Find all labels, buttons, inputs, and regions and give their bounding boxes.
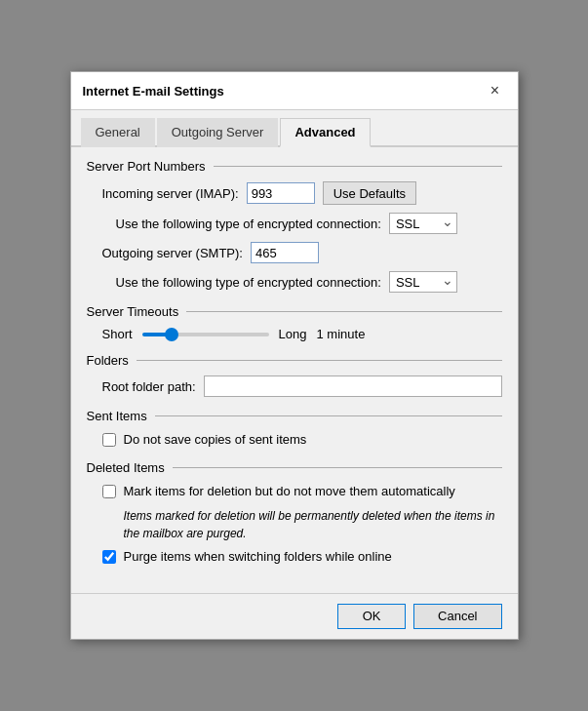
folders-section: Folders Root folder path: [87, 353, 502, 397]
short-label: Short [102, 327, 133, 341]
sent-items-header: Sent Items [87, 409, 502, 423]
mark-deletion-label[interactable]: Mark items for deletion but do not move … [124, 483, 455, 500]
outgoing-server-label: Outgoing server (SMTP): [102, 246, 244, 260]
dialog: Internet E-mail Settings × General Outgo… [70, 71, 519, 640]
purge-row: Purge items when switching folders while… [87, 548, 502, 566]
content-area: Server Port Numbers Incoming server (IMA… [71, 147, 518, 593]
server-timeouts-header: Server Timeouts [87, 304, 502, 319]
tab-bar: General Outgoing Server Advanced [71, 110, 518, 147]
slider-container [142, 333, 269, 336]
incoming-server-label: Incoming server (IMAP): [102, 186, 239, 201]
do-not-save-row: Do not save copies of sent items [87, 431, 502, 449]
outgoing-ssl-wrapper: None SSL TLS Auto [389, 271, 457, 293]
folders-header: Folders [87, 353, 502, 368]
deleted-items-section: Deleted Items Mark items for deletion bu… [87, 460, 502, 565]
purge-label[interactable]: Purge items when switching folders while… [124, 548, 392, 566]
timeout-row: Short Long 1 minute [87, 327, 502, 341]
timeout-slider[interactable] [142, 333, 269, 336]
outgoing-encrypt-row: Use the following type of encrypted conn… [87, 271, 502, 293]
incoming-ssl-select[interactable]: None SSL TLS Auto [389, 213, 457, 234]
incoming-server-row: Incoming server (IMAP): Use Defaults [87, 181, 502, 205]
tab-general[interactable]: General [81, 118, 155, 147]
close-button[interactable]: × [485, 80, 506, 101]
server-port-section: Server Port Numbers Incoming server (IMA… [87, 159, 502, 293]
long-label: Long [279, 327, 307, 341]
deletion-info-text: Items marked for deletion will be perman… [87, 507, 502, 542]
ok-button[interactable]: OK [337, 604, 406, 629]
do-not-save-checkbox[interactable] [102, 433, 116, 447]
outgoing-ssl-select[interactable]: None SSL TLS Auto [389, 271, 457, 293]
server-port-header: Server Port Numbers [87, 159, 502, 174]
mark-deletion-row: Mark items for deletion but do not move … [87, 483, 502, 500]
outgoing-encrypt-label: Use the following type of encrypted conn… [116, 275, 381, 290]
tab-advanced[interactable]: Advanced [280, 118, 370, 147]
dialog-title: Internet E-mail Settings [83, 84, 224, 99]
title-bar: Internet E-mail Settings × [71, 72, 518, 110]
incoming-server-input[interactable] [247, 182, 315, 204]
server-timeouts-section: Server Timeouts Short Long 1 minute [87, 304, 502, 341]
cancel-button[interactable]: Cancel [413, 604, 501, 629]
root-folder-label: Root folder path: [102, 379, 196, 394]
incoming-encrypt-label: Use the following type of encrypted conn… [116, 217, 381, 231]
incoming-ssl-wrapper: None SSL TLS Auto [389, 213, 457, 234]
outgoing-server-row: Outgoing server (SMTP): [87, 242, 502, 263]
root-folder-row: Root folder path: [87, 375, 502, 397]
outgoing-server-input[interactable] [251, 242, 319, 263]
root-folder-input[interactable] [204, 375, 502, 397]
sent-items-section: Sent Items Do not save copies of sent it… [87, 409, 502, 449]
incoming-encrypt-row: Use the following type of encrypted conn… [87, 213, 502, 234]
deleted-items-header: Deleted Items [87, 460, 502, 475]
mark-deletion-checkbox[interactable] [102, 485, 116, 498]
purge-checkbox[interactable] [102, 550, 116, 564]
use-defaults-button[interactable]: Use Defaults [323, 181, 416, 205]
do-not-save-label[interactable]: Do not save copies of sent items [124, 431, 307, 449]
timeout-value: 1 minute [317, 327, 366, 341]
tab-outgoing-server[interactable]: Outgoing Server [157, 118, 279, 147]
dialog-footer: OK Cancel [71, 593, 518, 639]
